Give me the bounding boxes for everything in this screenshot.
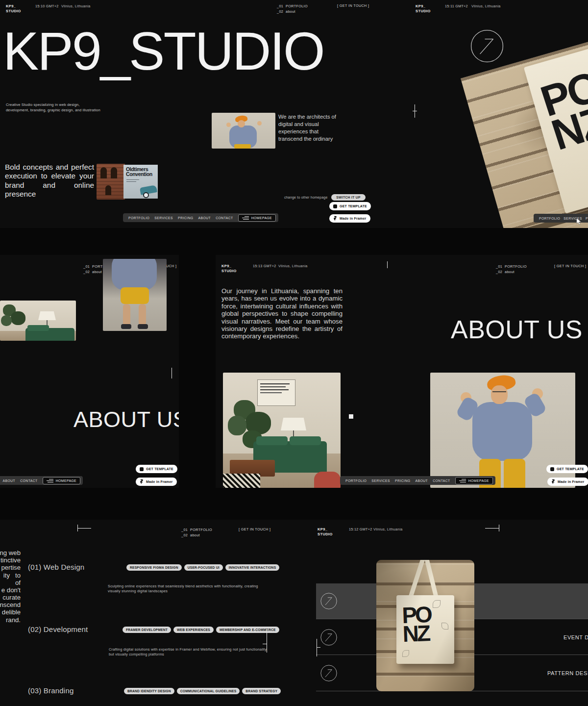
service-tag: WEB EXPERIENCES [173,627,214,633]
nav-about-link[interactable]: _02 about [181,532,200,538]
service-tag: USER-FOCUSED UI [184,564,223,571]
nav-portfolio-link[interactable]: _01 PORTFOLIO [181,527,212,532]
navbar-contact[interactable]: CONTACT [20,479,38,482]
service-desc-development: Crafting digital solutions with expertis… [109,647,271,657]
person-photo [103,259,167,331]
get-template-button[interactable]: GET TEMPLATE [136,465,177,473]
location-label: Vilnius, Lithuania [471,4,501,8]
circle-arrow-icon[interactable] [320,592,338,610]
navbar-portfolio[interactable]: PORTFOLIO [128,216,149,220]
get-in-touch-link[interactable]: [ GET IN TOUCH ] [239,527,271,531]
crop-mark [499,525,499,531]
clipped-paragraph: ng web tinctive pertise ity to of e don'… [0,549,21,624]
panel-portfolio: KP9_ STUDIO 15:12 GMT+2 Vilnius, Lithuan… [316,520,588,706]
homepage-button[interactable]: HOMEPAGE [238,214,276,222]
circle-arrow-icon[interactable] [320,664,338,682]
framer-icon [140,479,144,484]
get-template-button[interactable]: GET TEMPLATE [329,202,371,210]
poster-title-2: Convention [126,172,152,177]
get-in-touch-link[interactable]: [ GET IN TOUCH ] [554,264,587,268]
framer-icon [333,216,337,221]
clock: 15:12 GMT+2 [349,527,372,531]
bottom-navbar: PORTFOLIO SERVICES PRICING ABOUT CONTACT… [340,476,495,485]
made-in-framer-badge[interactable]: Made in Framer [136,478,177,486]
interior-photo [223,373,341,488]
menu-lines-icon [47,479,53,482]
brand-logo[interactable]: KP9_ STUDIO [416,4,431,14]
about-paragraph: Our journey in Lithuania, spanning ten y… [221,287,343,340]
panel-home: KP9_ STUDIO 15:10 GMT+2 Vilnius, Lithuan… [0,0,412,228]
navbar-services[interactable]: SERVICES [154,216,173,220]
hero-title: KP9_STUDIO [3,25,324,77]
bottom-navbar: PORTFOLIO SERVICES PRICING ABOUT CONTACT… [123,213,278,222]
navbar-contact[interactable]: CONTACT [433,479,450,482]
interior-photo [0,301,76,341]
bold-statement: Bold concepts and perfect execution to e… [5,163,94,199]
crop-mark [485,528,499,529]
bottom-navbar: PORTFOLIO SERVICES PRICING ABOUT CONTACT… [0,476,83,485]
nav-portfolio-link[interactable]: _01 PORTFOLIO [496,264,527,269]
service-label-development[interactable]: (02) Development [28,625,88,633]
panel-about-side: _01 PORTFOLIO _02 about [ GET IN TOUCH ]… [0,255,179,488]
service-tag: COMMUNICATIONAL GUIDELINES [177,688,240,694]
navbar-about[interactable]: ABOUT [3,479,16,482]
brand-logo[interactable]: KP9_ STUDIO [221,264,237,274]
brand-logo[interactable]: KP9_ STUDIO [6,4,21,14]
switch-it-up-button[interactable]: SWITCH IT UP [331,194,366,201]
navbar-pricing[interactable]: PRICING [395,479,410,482]
crop-mark [387,261,388,268]
get-template-button[interactable]: GET TEMPLATE [546,465,588,473]
service-tag: INNOVATIVE INTERACTIONS [225,564,280,571]
homepage-label: HOMEPAGE [56,479,76,482]
service-tag: RESPONSIVE FIGMA DESIGN [126,564,182,571]
about-us-title: ABOUT US [74,407,179,432]
navbar-about[interactable]: ABOUT [416,479,428,482]
crop-square-mark [349,414,353,419]
cursor-pointer [576,218,582,227]
crop-mark [77,528,91,529]
about-us-title: ABOUT US [451,315,583,344]
template-square-icon [550,467,554,471]
nav-about-link[interactable]: _02 about [83,269,102,275]
portfolio-row-label[interactable]: EVENT DESIGN [564,634,588,640]
location-label: Vilnius, Lithuania [373,527,403,531]
framer-icon [551,479,555,484]
brand-logo-line2: STUDIO [221,269,237,274]
brand-logo-line2: STUDIO [416,9,431,14]
location-label: Vilnius, Lithuania [61,4,91,8]
template-square-icon [140,467,144,471]
clock: 15:13 GMT+2 [253,264,276,268]
navbar-portfolio[interactable]: PORTFOLIO [345,479,367,482]
brand-logo-line1: KP9_ [318,527,333,532]
crop-mark [317,647,320,648]
homepage-button[interactable]: HOMEPAGE [455,477,493,484]
brand-logo[interactable]: KP9_ STUDIO [318,527,333,537]
person-photo [212,113,275,149]
service-tag: BRAND IDENDITY DESIGN [124,688,174,694]
service-tags: RESPONSIVE FIGMA DESIGN USER-FOCUSED UI … [126,564,279,571]
made-in-framer-badge[interactable]: Made in Framer [547,478,588,486]
portfolio-row-label[interactable]: PATTERN DESIGN [547,670,588,676]
navbar-about[interactable]: ABOUT [198,216,211,220]
circle-arrow-icon[interactable] [320,629,338,646]
made-in-framer-badge[interactable]: Made in Framer [329,214,370,223]
brand-logo-line1: KP9_ [416,4,431,9]
tote-bag: PO NZ [524,34,588,214]
service-tag: BRAND STRATEGY [242,688,281,694]
navbar-pricing[interactable]: PRICING [178,216,193,220]
nav-about-link[interactable]: _02 about [277,9,295,14]
nav-about-link[interactable]: _02 about [496,269,514,275]
homepage-label: HOMEPAGE [251,216,272,220]
service-label-web-design[interactable]: (01) Web Design [28,563,84,571]
menu-lines-icon [459,479,466,482]
brand-logo-line2: STUDIO [318,532,333,537]
get-in-touch-link[interactable]: [ GET IN TOUCH ] [337,3,369,8]
brand-logo-line2: STUDIO [6,9,21,14]
circle-arrow-icon[interactable] [469,28,505,64]
navbar-services[interactable]: SERVICES [371,479,390,482]
service-tag: MEMBERSHIP AND E-COMMERCE [216,627,279,633]
homepage-button[interactable]: HOMEPAGE [43,477,80,484]
navbar-contact[interactable]: CONTACT [216,216,233,220]
service-label-branding[interactable]: (03) Branding [28,686,74,695]
nav-portfolio-link[interactable]: _01 PORTFOLIO [277,3,308,9]
